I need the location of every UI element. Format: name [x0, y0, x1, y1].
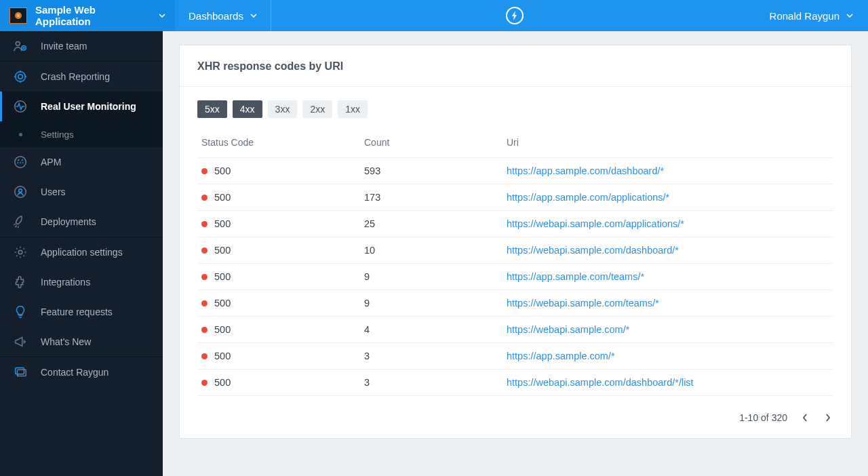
status-code: 500 — [214, 298, 231, 309]
table-row: 500173https://app.sample.com/application… — [197, 184, 833, 211]
cell-status: 500 — [197, 264, 360, 290]
target-icon — [12, 69, 28, 84]
gauge-icon — [12, 155, 28, 170]
response-codes-table: Status Code Count Uri 500593https://app.… — [197, 130, 833, 396]
sidebar-item-label: Integrations — [41, 277, 90, 287]
svg-point-1 — [17, 14, 20, 17]
cell-status: 500 — [197, 317, 360, 343]
svg-point-10 — [18, 250, 22, 254]
filter-pill-2xx[interactable]: 2xx — [302, 100, 332, 118]
cell-count: 3 — [360, 343, 502, 370]
cell-status: 500 — [197, 370, 360, 396]
user-menu[interactable]: Ronald Raygun — [759, 0, 868, 31]
status-dot-icon — [201, 327, 208, 333]
app-logo-icon — [9, 7, 27, 24]
app-switcher[interactable]: Sample Web Application — [0, 0, 175, 31]
cell-uri: https://webapi.sample.com/* — [502, 317, 833, 343]
sidebar-item-contact-raygun[interactable]: Contact Raygun — [0, 357, 163, 387]
sidebar-item-label: Invite team — [41, 41, 87, 52]
nav-dashboards[interactable]: Dashboards — [175, 0, 271, 31]
nav-dashboards-label: Dashboards — [189, 10, 243, 22]
filter-pill-3xx[interactable]: 3xx — [268, 100, 298, 118]
cell-count: 4 — [360, 317, 502, 343]
table-row: 5003https://webapi.sample.com/dashboard/… — [197, 370, 833, 396]
card-body: 5xx 4xx 3xx 2xx 1xx Status Code Count Ur… — [180, 87, 851, 401]
rocket-icon — [12, 214, 28, 229]
cell-status: 500 — [197, 211, 360, 237]
sidebar-item-label: Deployments — [41, 216, 96, 227]
status-dot-icon — [201, 353, 208, 359]
megaphone-icon — [12, 334, 28, 349]
svg-rect-11 — [16, 368, 24, 374]
sidebar-item-apm[interactable]: APM — [0, 147, 163, 177]
uri-link[interactable]: https://webapi.sample.com/teams/* — [507, 298, 659, 309]
sidebar-item-invite-team[interactable]: Invite team — [0, 31, 163, 61]
pulse-icon — [12, 99, 28, 114]
svg-point-2 — [16, 41, 20, 45]
sidebar-item-integrations[interactable]: Integrations — [0, 267, 163, 297]
col-header-count[interactable]: Count — [360, 130, 502, 158]
status-dot-icon — [201, 221, 208, 227]
sidebar-item-label: Real User Monitoring — [41, 101, 136, 112]
status-dot-icon — [201, 380, 208, 386]
sidebar-item-application-settings[interactable]: Application settings — [0, 237, 163, 267]
cell-count: 9 — [360, 264, 502, 290]
cell-count: 3 — [360, 370, 502, 396]
status-dot-icon — [201, 247, 208, 254]
svg-rect-12 — [17, 370, 26, 376]
chat-icon — [12, 365, 28, 380]
table-row: 500593https://app.sample.com/dashboard/* — [197, 158, 833, 184]
status-code: 500 — [214, 377, 231, 388]
filter-pill-5xx[interactable]: 5xx — [197, 100, 227, 118]
uri-link[interactable]: https://webapi.sample.com/applications/* — [507, 218, 684, 229]
status-filter-pills: 5xx 4xx 3xx 2xx 1xx — [197, 100, 833, 118]
status-code: 500 — [214, 271, 231, 282]
sidebar-item-label: What's New — [41, 336, 91, 347]
uri-link[interactable]: https://app.sample.com/applications/* — [507, 192, 669, 203]
pager-next-button[interactable] — [823, 412, 833, 423]
cell-count: 25 — [360, 211, 502, 237]
cell-count: 173 — [360, 184, 502, 211]
cell-status: 500 — [197, 343, 360, 370]
uri-link[interactable]: https://webapi.sample.com/dashboard/*/li… — [507, 377, 694, 388]
user-name: Ronald Raygun — [770, 10, 840, 22]
svg-point-9 — [19, 189, 22, 193]
sidebar-item-whats-new[interactable]: What's New — [0, 327, 163, 357]
bolt-icon[interactable] — [506, 7, 524, 24]
sidebar-item-real-user-monitoring[interactable]: Real User Monitoring — [0, 92, 163, 121]
filter-pill-1xx[interactable]: 1xx — [338, 100, 368, 118]
pager-prev-button[interactable] — [800, 412, 810, 423]
cell-uri: https://webapi.sample.com/applications/* — [502, 211, 833, 237]
table-row: 5009https://app.sample.com/teams/* — [197, 264, 833, 290]
cell-status: 500 — [197, 158, 360, 184]
cell-status: 500 — [197, 290, 360, 317]
col-header-uri[interactable]: Uri — [502, 130, 833, 158]
col-header-status[interactable]: Status Code — [197, 130, 360, 158]
sidebar-subitem-settings[interactable]: Settings — [0, 121, 163, 147]
gear-icon — [12, 245, 28, 260]
sidebar-item-users[interactable]: Users — [0, 177, 163, 207]
status-dot-icon — [201, 195, 208, 201]
status-code: 500 — [214, 192, 231, 203]
uri-link[interactable]: https://app.sample.com/teams/* — [507, 271, 644, 282]
table-row: 50025https://webapi.sample.com/applicati… — [197, 211, 833, 237]
sidebar-item-label: Application settings — [41, 247, 123, 258]
cell-uri: https://app.sample.com/* — [502, 343, 833, 370]
user-icon — [12, 184, 28, 199]
sidebar-item-crash-reporting[interactable]: Crash Reporting — [0, 62, 163, 92]
sidebar-item-label: Feature requests — [41, 306, 113, 317]
sidebar-item-feature-requests[interactable]: Feature requests — [0, 297, 163, 327]
cell-count: 593 — [360, 158, 502, 184]
sidebar-item-deployments[interactable]: Deployments — [0, 207, 163, 237]
sidebar-item-label: APM — [41, 157, 61, 167]
table-row: 50010https://webapi.sample.com/dashboard… — [197, 237, 833, 264]
status-code: 500 — [214, 218, 231, 229]
uri-link[interactable]: https://app.sample.com/dashboard/* — [507, 165, 664, 176]
cell-uri: https://webapi.sample.com/dashboard/* — [502, 237, 833, 264]
uri-link[interactable]: https://webapi.sample.com/dashboard/* — [507, 245, 679, 256]
uri-link[interactable]: https://webapi.sample.com/* — [507, 324, 629, 335]
filter-pill-4xx[interactable]: 4xx — [233, 100, 262, 118]
topbar-center — [271, 0, 759, 31]
puzzle-icon — [12, 275, 28, 290]
uri-link[interactable]: https://app.sample.com/* — [507, 351, 615, 361]
